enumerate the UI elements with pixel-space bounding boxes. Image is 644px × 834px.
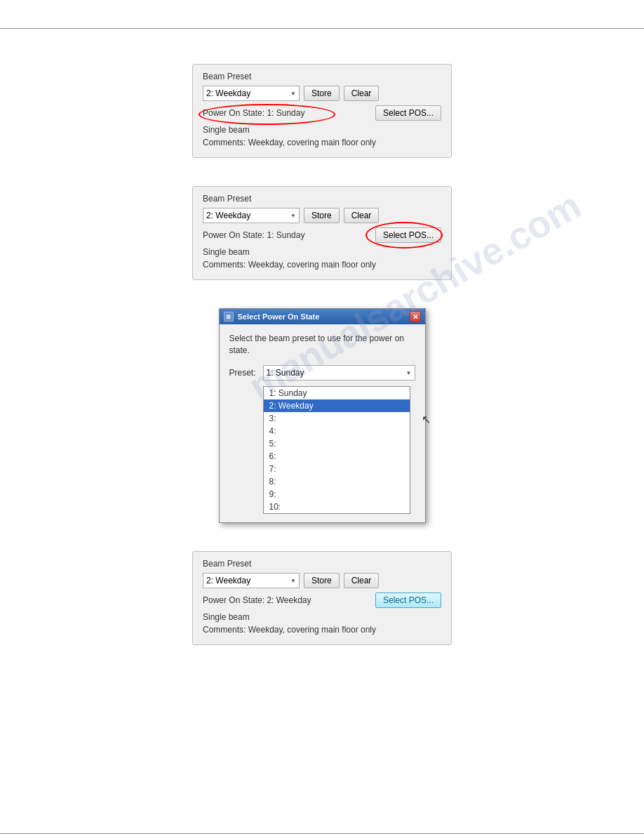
panel1-select-pos-button[interactable]: Select POS... xyxy=(375,105,441,121)
dialog-body: Select the beam preset to use for the po… xyxy=(220,324,425,522)
panel2: Beam Preset 2: Weekday Store Clear Power… xyxy=(192,186,452,280)
panel3-preset-dropdown[interactable]: 2: Weekday xyxy=(203,573,300,588)
panel1-preset-dropdown[interactable]: 2: Weekday xyxy=(203,86,300,101)
dropdown-item-7[interactable]: 7: xyxy=(264,463,410,475)
panel2-pos-row: Power On State: 1: Sunday Select POS... xyxy=(203,227,441,243)
panel3: Beam Preset 2: Weekday Store Clear Power… xyxy=(192,551,452,645)
panel2-store-button[interactable]: Store xyxy=(304,208,340,223)
panel2-single-beam: Single beam xyxy=(203,247,441,257)
panel3-dropdown-wrapper: 2: Weekday xyxy=(203,573,300,588)
panel1: Beam Preset 2: Weekday Store Clear Power… xyxy=(192,64,452,158)
dialog-preset-dropdown[interactable]: 1: Sunday xyxy=(263,365,415,380)
panel2-section: Beam Preset 2: Weekday Store Clear Power… xyxy=(192,186,452,280)
dialog-icon-symbol: ⊞ xyxy=(226,314,231,320)
panel3-title: Beam Preset xyxy=(203,559,441,569)
panel3-row1: 2: Weekday Store Clear xyxy=(203,573,441,588)
panel2-select-pos-button[interactable]: Select POS... xyxy=(375,227,441,243)
dropdown-item-9[interactable]: 9: xyxy=(264,488,410,501)
page-container: manualsarchive.com Beam Preset 2: Weekda… xyxy=(0,28,644,834)
panel1-dropdown-wrapper: 2: Weekday xyxy=(203,86,300,101)
dropdown-item-1[interactable]: 1: Sunday xyxy=(264,387,410,399)
dropdown-item-4[interactable]: 4: xyxy=(264,425,410,437)
panel2-clear-button[interactable]: Clear xyxy=(344,208,380,223)
panel3-single-beam: Single beam xyxy=(203,612,441,622)
panel1-title: Beam Preset xyxy=(203,72,441,81)
panel3-select-pos-button[interactable]: Select POS... xyxy=(375,593,441,608)
dialog-title: ⊞ Select Power On State xyxy=(224,312,320,322)
dropdown-item-10[interactable]: 10: xyxy=(264,501,410,513)
dropdown-item-3[interactable]: 3: xyxy=(264,412,410,425)
panel1-section: Beam Preset 2: Weekday Store Clear Power… xyxy=(192,64,452,158)
panel1-clear-button[interactable]: Clear xyxy=(344,86,380,101)
panel1-pos-row: Power On State: 1: Sunday Select POS... xyxy=(203,105,441,121)
panel1-store-button[interactable]: Store xyxy=(304,86,340,101)
dropdown-item-6[interactable]: 6: xyxy=(264,450,410,463)
cursor-icon: ↖ xyxy=(422,413,431,426)
panel3-store-button[interactable]: Store xyxy=(304,573,340,588)
dialog-title-label: Select Power On State xyxy=(238,312,320,321)
dialog-preset-row: Preset: 1: Sunday xyxy=(229,365,415,380)
panel3-comments: Comments: Weekday, covering main floor o… xyxy=(203,625,441,635)
dialog-preset-label: Preset: xyxy=(229,368,257,378)
panel2-row1: 2: Weekday Store Clear xyxy=(203,208,441,223)
panel1-comments: Comments: Weekday, covering main floor o… xyxy=(203,138,441,147)
panel2-dropdown-wrapper: 2: Weekday xyxy=(203,208,300,223)
dialog-preset-dropdown-wrapper: 1: Sunday xyxy=(263,365,415,380)
dialog-icon: ⊞ xyxy=(224,312,234,322)
panel3-clear-button[interactable]: Clear xyxy=(344,573,380,588)
panel3-pos-row: Power On State: 2: Weekday Select POS... xyxy=(203,593,441,608)
panel1-single-beam: Single beam xyxy=(203,125,441,135)
panels-wrapper: Beam Preset 2: Weekday Store Clear Power… xyxy=(0,29,644,645)
dialog-section: ⊞ Select Power On State ✕ Select the bea… xyxy=(219,308,426,523)
dropdown-item-5[interactable]: 5: xyxy=(264,437,410,450)
panel1-power-on-state: Power On State: 1: Sunday xyxy=(203,108,304,118)
dropdown-item-2[interactable]: 2: Weekday xyxy=(264,399,410,412)
panel2-preset-dropdown[interactable]: 2: Weekday xyxy=(203,208,300,223)
dialog-dropdown-list: 1: Sunday 2: Weekday 3: 4: 5: 6: 7: 8: 9… xyxy=(263,386,410,514)
panel2-power-on-state: Power On State: 1: Sunday xyxy=(203,230,304,240)
dialog-titlebar: ⊞ Select Power On State ✕ xyxy=(220,309,425,324)
panel2-comments: Comments: Weekday, covering main floor o… xyxy=(203,260,441,270)
panel3-power-on-state: Power On State: 2: Weekday xyxy=(203,595,311,605)
dialog-window: ⊞ Select Power On State ✕ Select the bea… xyxy=(219,308,426,523)
dialog-close-button[interactable]: ✕ xyxy=(410,311,421,322)
dialog-dropdown-open: 1: Sunday 2: Weekday 3: 4: 5: 6: 7: 8: 9… xyxy=(263,386,415,514)
panel2-title: Beam Preset xyxy=(203,194,441,204)
dialog-description: Select the beam preset to use for the po… xyxy=(229,333,415,357)
dropdown-item-8[interactable]: 8: xyxy=(264,475,410,488)
panel3-section: Beam Preset 2: Weekday Store Clear Power… xyxy=(192,551,452,645)
panel1-row1: 2: Weekday Store Clear xyxy=(203,86,441,101)
